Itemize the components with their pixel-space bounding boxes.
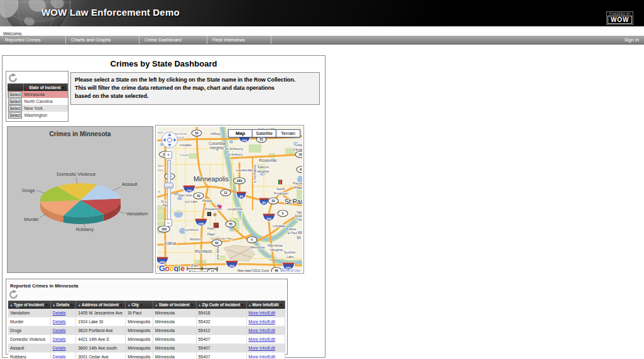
sort-desc-icon[interactable]: ▼ xyxy=(190,303,194,307)
map-type-button-map[interactable]: Map xyxy=(228,129,253,137)
sort-desc-icon[interactable]: ▼ xyxy=(240,303,244,307)
state-row-north-carolina: SelectNorth Carolina xyxy=(8,98,68,105)
column-header-city[interactable]: ▲City▼ xyxy=(126,301,153,309)
map-type-button-terrain[interactable]: Terrain xyxy=(276,129,300,137)
table-row-drugs: DrugsDetails3610 Portland AveMinneapolis… xyxy=(8,326,285,335)
sort-desc-icon[interactable]: ▼ xyxy=(278,303,283,307)
cell-address: 4421 14th Ave S xyxy=(76,335,126,344)
page-title: Crimes by State Dashboard xyxy=(3,59,325,68)
map-label: insdale xyxy=(180,143,192,147)
column-header-state-of-incident[interactable]: ▲State of Incident▼ xyxy=(153,301,196,309)
zoom-slider-handle[interactable] xyxy=(164,183,173,188)
column-header-address-of-incident[interactable]: ▲Address of Incident▼ xyxy=(76,301,126,309)
svg-text:694: 694 xyxy=(242,139,247,142)
more-info-edit-link[interactable]: More Info/Edit xyxy=(249,355,275,359)
state-name-washington[interactable]: Washington xyxy=(24,112,68,119)
zoom-in-button[interactable]: + xyxy=(165,151,172,159)
crime-marker-flag[interactable] xyxy=(278,180,282,185)
map-label: St Paul xyxy=(287,231,297,235)
road-shield-100: 100 xyxy=(158,226,170,232)
crime-marker-red[interactable] xyxy=(214,223,219,228)
details-link[interactable]: Details xyxy=(53,337,66,341)
state-name-north-carolina[interactable]: North Carolina xyxy=(24,98,68,105)
state-name-minnesota[interactable]: Minnesota xyxy=(24,91,68,98)
more-info-edit-link[interactable]: More Info/Edit xyxy=(249,337,275,341)
nav-item-field-interviews[interactable]: Field Interviews xyxy=(207,36,271,44)
details-link-cell: Details xyxy=(50,309,75,318)
column-label: Details xyxy=(57,303,70,307)
road-shield-5: 5 xyxy=(247,237,257,243)
map-label: Roseville xyxy=(259,158,277,163)
more-info-edit-link[interactable]: More Info/Edit xyxy=(249,346,275,350)
more-info-edit-link[interactable]: More Info/Edit xyxy=(249,319,275,324)
svg-text:100: 100 xyxy=(161,227,167,231)
map-label: Page xyxy=(207,232,215,236)
details-link[interactable]: Details xyxy=(53,319,66,324)
map-label: Lyn-Lake xyxy=(185,200,198,203)
details-link[interactable]: Details xyxy=(53,346,66,350)
nav-item-crime-dashboard[interactable]: Crime Dashboard xyxy=(139,36,207,44)
google-logo[interactable]: Google xyxy=(159,264,185,272)
map-viewport[interactable]: Arden HillsHilltopHumboldtustrialbortins… xyxy=(157,127,302,272)
refresh-icon[interactable] xyxy=(8,73,18,83)
sort-asc-icon[interactable]: ▲ xyxy=(9,303,14,307)
select-button-washington[interactable]: Select xyxy=(8,112,22,119)
refresh-icon[interactable] xyxy=(9,290,18,299)
more-info-edit-link[interactable]: More Info/Edit xyxy=(249,311,275,315)
cell-state: Minnesota xyxy=(153,309,196,318)
map-label: lley xyxy=(158,168,163,172)
map-panel: Arden HillsHilltopHumboldtustrialbortins… xyxy=(155,125,304,274)
column-header-more-info-edit[interactable]: ▲More Info/Edit▼ xyxy=(246,301,285,309)
details-link[interactable]: Details xyxy=(53,311,66,315)
details-link[interactable]: Details xyxy=(53,328,66,333)
nav-item-charts-and-graphs[interactable]: Charts and Graphs xyxy=(66,36,139,44)
map-label: - Holm xyxy=(296,218,302,222)
sort-asc-icon[interactable]: ▲ xyxy=(155,303,159,307)
scale-km: 5 km xyxy=(189,270,197,272)
cell-address: 3610 Portland Ave xyxy=(76,326,126,335)
sort-asc-icon[interactable]: ▲ xyxy=(52,303,57,307)
map-type-button-satellite[interactable]: Satellite xyxy=(252,129,276,137)
crime-marker-tan[interactable] xyxy=(213,213,217,217)
sort-desc-icon[interactable]: ▼ xyxy=(61,86,66,90)
zoom-slider-track[interactable] xyxy=(167,160,171,220)
state-name-new-york[interactable]: New York xyxy=(24,105,68,112)
sort-asc-icon[interactable]: ▲ xyxy=(198,303,202,307)
map-label: Phillips xyxy=(202,199,212,203)
sort-desc-icon[interactable]: ▼ xyxy=(139,303,143,307)
sort-desc-icon[interactable]: ▼ xyxy=(44,303,48,307)
map-label: Lauderdale xyxy=(236,168,254,172)
details-link[interactable]: Details xyxy=(53,355,66,359)
cell-type: Murder xyxy=(8,318,50,326)
sort-desc-icon[interactable]: ▼ xyxy=(119,303,123,307)
zoom-out-button[interactable]: − xyxy=(165,219,172,227)
column-header-zip-code-of-incident[interactable]: ▲Zip Code of Incident▼ xyxy=(196,301,246,309)
page: { "header": {"title": "WOW Law Enforceme… xyxy=(0,0,644,359)
svg-text:52: 52 xyxy=(271,199,275,203)
select-button-minnesota[interactable]: Select xyxy=(8,92,22,98)
cell-state: Minnesota xyxy=(153,335,196,344)
select-button-new-york[interactable]: Select xyxy=(8,105,22,112)
cell-state: Minnesota xyxy=(153,353,196,359)
terms-of-use-link[interactable]: Terms of Use xyxy=(281,269,300,272)
state-row-minnesota: SelectMinnesota xyxy=(8,91,68,98)
sign-in-link[interactable]: Sign In xyxy=(625,36,644,44)
pan-control[interactable] xyxy=(161,131,178,149)
more-info-edit-link[interactable]: More Info/Edit xyxy=(249,328,275,333)
column-header-details[interactable]: ▲Details▼ xyxy=(50,301,75,309)
crime-marker-black[interactable] xyxy=(207,212,212,217)
map-label: Canada xyxy=(293,147,302,151)
state-column-header[interactable]: ▲State of Incident▼ xyxy=(24,83,68,91)
sort-desc-icon[interactable]: ▼ xyxy=(69,303,74,307)
sort-asc-icon[interactable]: ▲ xyxy=(24,86,29,90)
map-canvas[interactable]: Arden HillsHilltopHumboldtustrialbortins… xyxy=(157,127,302,272)
nav-item-reported-crimes[interactable]: Reported Crimes xyxy=(0,36,66,44)
pie-tops xyxy=(40,183,121,217)
select-button-north-carolina[interactable]: Select xyxy=(8,99,22,105)
road-shield-62: 62 xyxy=(212,240,222,246)
powered-by-wow-badge: POWERED BY WOW xyxy=(606,11,633,25)
column-header-type-of-incident[interactable]: ▲Type of Incident▼ xyxy=(8,301,50,309)
nav-bar: Reported CrimesCharts and GraphsCrime Da… xyxy=(0,36,644,45)
map-attribution: Map data ©2011 Goog xyxy=(237,269,270,272)
svg-text:94: 94 xyxy=(262,201,266,205)
